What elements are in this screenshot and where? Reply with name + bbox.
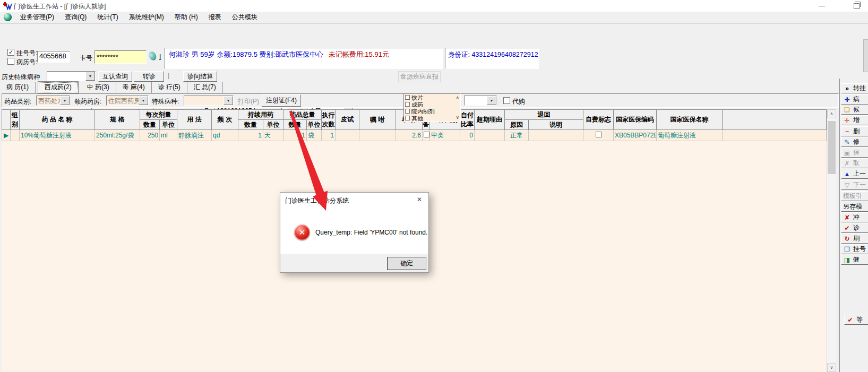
sidebar-add-row-button[interactable]: ✛增: [841, 115, 868, 125]
col-dur-qty: 数量: [238, 120, 263, 130]
purchase-checkbox[interactable]: [503, 97, 510, 104]
plan-opt-slices[interactable]: 饮片: [405, 94, 459, 101]
dialog-ok-button[interactable]: 确定: [387, 257, 426, 270]
sidebar-void-button[interactable]: ✘冲: [841, 212, 868, 222]
cell-self-pay-flag[interactable]: [583, 130, 614, 141]
sidebar-health-exit-button[interactable]: ◨健: [841, 255, 868, 265]
referral-button[interactable]: 转诊: [134, 71, 164, 82]
cell-dur-qty[interactable]: 1: [238, 130, 263, 141]
sidebar-wait-button[interactable]: ✔等: [844, 315, 868, 325]
tab-narcotics[interactable]: 毒 麻(4): [116, 82, 152, 93]
minimize-button[interactable]: —: [813, 0, 831, 12]
cell-freq[interactable]: qd: [212, 130, 238, 141]
dialog-footer: 确定: [280, 254, 428, 272]
sidebar-delete-row-button[interactable]: −删: [841, 126, 868, 136]
tab-chinese-medicine[interactable]: 中 药(3): [81, 82, 116, 93]
col-overdue: 超期理由: [475, 110, 505, 130]
cell-dur-unit[interactable]: 天: [263, 130, 283, 141]
col-drug-name: 药 品 名 称: [20, 110, 95, 130]
sidebar-refresh-button[interactable]: ↻刷: [841, 233, 868, 244]
drug-row[interactable]: ▶ 10%葡萄糖注射液 250ml:25g/袋 250 ml 静脉滴注 qd 1…: [2, 130, 827, 141]
cell-nat-name[interactable]: 葡萄糖注射液: [657, 130, 723, 141]
hospital-prep-checkbox[interactable]: [405, 109, 410, 114]
slices-checkbox[interactable]: [405, 95, 410, 100]
cell-drug-name[interactable]: 10%葡萄糖注射液: [20, 130, 95, 141]
menu-maintenance[interactable]: 系统维护(M): [124, 11, 169, 23]
tab-medical-record[interactable]: 病 历(1): [0, 82, 36, 93]
sidebar-previous-button[interactable]: ▲上一: [841, 169, 868, 179]
dropdown-arrow-icon[interactable]: ▼: [85, 72, 95, 81]
scroll-up-icon[interactable]: ∧: [456, 94, 459, 101]
history-special-combo[interactable]: ▼: [47, 71, 96, 81]
menu-report[interactable]: 报表: [203, 11, 227, 23]
dialog-close-button[interactable]: ✕: [410, 193, 428, 206]
sidebar-registration-button[interactable]: ❐挂号: [841, 244, 868, 254]
tab-treatment[interactable]: 诊 疗(5): [152, 82, 187, 93]
eprescription-combo[interactable]: ▼: [464, 96, 497, 106]
menu-business[interactable]: 业务管理(P): [15, 11, 59, 23]
cell-total-qty[interactable]: 1: [283, 130, 307, 141]
scrollbar-thumb[interactable]: [828, 121, 836, 174]
dropdown-arrow-icon[interactable]: ▼: [60, 96, 70, 105]
menu-public-module[interactable]: 公共模块: [227, 11, 263, 23]
dropdown-arrow-icon[interactable]: ▼: [224, 96, 233, 105]
sidebar-diagnose-button[interactable]: ✔诊: [841, 223, 868, 233]
plan-opt-patent[interactable]: 成药: [405, 101, 459, 108]
cell-skin-test[interactable]: [336, 130, 359, 141]
purchase-label: 代购: [512, 97, 525, 106]
patent-checkbox[interactable]: [405, 102, 410, 107]
cell-advice[interactable]: [359, 130, 396, 141]
self-pay-checkbox[interactable]: [596, 132, 601, 137]
sidebar-label: 转挂: [853, 84, 866, 93]
cell-group[interactable]: [11, 130, 20, 141]
drug-type-combo[interactable]: 西药处方 ▼: [36, 96, 70, 106]
cell-self-prep[interactable]: [423, 130, 430, 141]
cell-total-unit[interactable]: 袋: [307, 130, 322, 141]
tab-summary[interactable]: 汇 总(7): [187, 82, 223, 93]
sidebar-save-template-button[interactable]: 另存模: [841, 202, 868, 212]
cell-price[interactable]: 2.6: [396, 130, 423, 141]
dropdown-arrow-icon[interactable]: ▼: [487, 96, 496, 105]
sidebar-waiting-button[interactable]: ❏候: [841, 105, 868, 115]
app-icon: [3, 2, 12, 10]
cell-refund-reason[interactable]: 正常: [505, 130, 529, 141]
dropdown-arrow-icon[interactable]: ▼: [139, 96, 148, 105]
grid-vertical-scrollbar[interactable]: ∧ ∨: [827, 109, 836, 372]
cell-exec-count[interactable]: 1: [322, 130, 336, 141]
scroll-down-icon[interactable]: ∨: [456, 114, 459, 121]
menu-query[interactable]: 查询(Q): [59, 11, 92, 23]
cell-usage[interactable]: 静脉滴注: [177, 130, 212, 141]
pharmacy-combo[interactable]: 住院西药房 ▼: [106, 96, 149, 106]
sidebar-edit-button[interactable]: ✎修: [841, 137, 868, 147]
col-advice: 嘱 咐: [359, 110, 396, 130]
cell-refund-note[interactable]: [529, 130, 583, 141]
cell-insurance-type[interactable]: 甲类: [430, 130, 460, 141]
mutual-query-button[interactable]: 互认查询: [98, 71, 132, 82]
scrollbar-up-icon[interactable]: ∧: [827, 109, 836, 118]
special-disease-combo[interactable]: ▼: [184, 96, 234, 106]
plan-opt-hospital[interactable]: 院内制剂: [405, 108, 459, 115]
menu-statistics[interactable]: 统计(T): [92, 11, 123, 23]
cell-self-ratio[interactable]: 0: [460, 130, 475, 141]
other-plan-checkbox[interactable]: [405, 116, 410, 120]
cell-spec[interactable]: 250ml:25g/袋: [95, 130, 140, 141]
settlement-button[interactable]: 诊间结算: [183, 71, 217, 82]
food-disease-report-button: 食源疾病直报: [398, 71, 441, 82]
menu-help[interactable]: 帮助 (H): [169, 11, 203, 23]
tab-western-medicine[interactable]: 西成药(2): [38, 81, 79, 93]
sidebar-label: 另存模: [843, 202, 862, 211]
row-indicator-icon: ▶: [2, 130, 11, 141]
plan-opt-other[interactable]: 其他: [405, 115, 459, 122]
injection-cert-button[interactable]: 注射证(F4): [262, 94, 301, 107]
sidebar-transfer-reg-button[interactable]: »转挂: [841, 83, 868, 93]
cell-dose-qty[interactable]: 250: [140, 130, 160, 141]
cell-overdue[interactable]: [475, 130, 505, 141]
cell-dose-unit[interactable]: ml: [160, 130, 177, 141]
scrollbar-down-icon[interactable]: ∨: [827, 363, 836, 372]
sidebar-label: 病: [853, 95, 860, 104]
self-prep-checkbox[interactable]: [424, 132, 429, 137]
page-icon: ❏: [843, 106, 851, 114]
sidebar-disease-button[interactable]: ✚病: [841, 94, 868, 105]
cell-nat-code[interactable]: XB05BBP072B0(: [614, 130, 657, 141]
restore-button[interactable]: [847, 0, 865, 12]
